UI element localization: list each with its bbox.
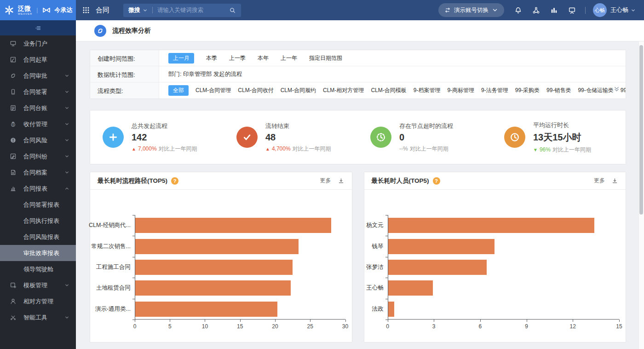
demo-account-switch-button[interactable]: 演示账号切换 <box>438 3 504 17</box>
stats-panel: 总共发起流程142▲7,000%对比上一年同期流转结束48▲4,700%对比上一… <box>90 110 626 164</box>
filter-chip[interactable]: 上一年 <box>281 53 297 64</box>
category-label: 王心畅 <box>364 278 388 298</box>
bar-row <box>135 278 345 298</box>
question-icon[interactable] <box>171 177 178 185</box>
avatar[interactable]: 心畅 <box>593 3 607 17</box>
delta-compare-label: 对比上一年同期 <box>410 145 448 153</box>
collapse-menu-icon <box>34 24 42 32</box>
category-label: 工程施工合同 <box>90 257 135 278</box>
sidebar-item-合同签署[interactable]: 合同签署 <box>0 84 76 100</box>
filter-row: 数据统计范围:部门: 印章管理部 发起的流程 <box>90 66 626 82</box>
sidebar-item-智能工具[interactable]: 智能工具 <box>0 309 76 326</box>
double-chevron-down-icon[interactable] <box>613 86 620 93</box>
sidebar-item-合同风险[interactable]: 合同风险 <box>0 132 76 148</box>
sidebar-item-业务门户[interactable]: 业务门户 <box>0 35 76 52</box>
filter-chip[interactable]: CLM-合同收付 <box>238 85 273 96</box>
category-axis-labels: CLM-经销商代...常规二次销售...工程施工合同土地租赁合同演示-通用类..… <box>90 215 135 320</box>
download-icon[interactable] <box>611 177 618 184</box>
brand-name: 泛微 <box>18 5 33 12</box>
sidebar-item-合同起草[interactable]: 合同起草 <box>0 52 76 68</box>
filter-chip[interactable]: 99-租赁类 <box>621 85 626 96</box>
sidebar-subitem-合同签署报表[interactable]: 合同签署报表 <box>0 197 76 213</box>
app-grid-icon[interactable] <box>82 6 90 14</box>
chevron-down-icon <box>492 7 498 13</box>
draft-icon <box>10 56 17 63</box>
more-button[interactable]: 更多 <box>594 177 605 185</box>
presentation-screen-icon[interactable] <box>568 6 576 14</box>
sidebar-item-合同档案[interactable]: 合同档案 <box>0 164 76 180</box>
scrollbar-track[interactable] <box>638 41 644 349</box>
app-logo[interactable]: 泛微 WEAVER | 今承达 <box>0 0 76 20</box>
filter-chip[interactable]: CLM-合同履约 <box>281 85 316 96</box>
filter-chip[interactable]: 本季 <box>206 53 217 64</box>
download-icon[interactable] <box>338 177 345 184</box>
delta-value: 7,000% <box>138 145 157 152</box>
payment-icon: $ <box>10 121 17 128</box>
delta-down-triangle-icon: ▼ <box>533 147 538 152</box>
bar-row <box>388 278 620 298</box>
report-board-icon[interactable] <box>550 6 558 14</box>
stat-card-平均运行时长: 平均运行时长13天15小时▼96%对比上一年同期 <box>492 121 626 154</box>
search-icon[interactable] <box>229 7 236 14</box>
chevron-down-icon <box>64 73 69 78</box>
x-axis-tick <box>345 320 346 322</box>
bar <box>388 239 494 254</box>
sidebar-item-label: 合同报表 <box>23 185 64 193</box>
chevron-down-icon <box>64 315 69 320</box>
filter-chip[interactable]: 本年 <box>258 53 269 64</box>
stat-value: 13天15小时 <box>533 131 591 144</box>
sidebar-item-相对方管理[interactable]: 相对方管理 <box>0 293 76 309</box>
risk-icon <box>10 137 17 144</box>
filter-chip[interactable]: CLM-合同模板 <box>371 85 406 96</box>
category-label: 法政 <box>364 299 388 320</box>
sidebar-subitem-合同风险报表[interactable]: 合同风险报表 <box>0 229 76 245</box>
sidebar-item-合同台账[interactable]: 合同台账 <box>0 100 76 116</box>
approval-icon <box>10 72 17 79</box>
search-input[interactable]: 请输入关键词搜索 <box>157 6 229 14</box>
stat-label: 平均运行时长 <box>533 121 591 129</box>
filter-chip[interactable]: 9-法务管理 <box>481 85 508 96</box>
sidebar-item-收付管理[interactable]: $收付管理 <box>0 116 76 132</box>
more-button[interactable]: 更多 <box>320 177 331 185</box>
filter-chip[interactable]: 99-销售类 <box>546 85 571 96</box>
filter-chip[interactable]: CLM-相对方管理 <box>323 85 364 96</box>
sidebar-item-label: 合同档案 <box>23 169 64 177</box>
filter-chip[interactable]: 99-仓储运输类 <box>578 85 613 96</box>
sidebar-item-合同审批[interactable]: 合同审批 <box>0 68 76 84</box>
bell-icon[interactable] <box>514 6 522 14</box>
sidebar-collapse-button[interactable] <box>0 20 76 35</box>
chevron-up-icon <box>64 186 69 191</box>
filter-chip[interactable]: 全部 <box>168 85 189 96</box>
chevron-down-icon[interactable] <box>631 8 636 13</box>
top-header: 泛微 WEAVER | 今承达 合同 微搜 请输入关键词搜索 演示账号切换 <box>0 0 644 20</box>
filter-chip[interactable]: 上一月 <box>168 53 194 64</box>
sidebar-item-合同报表[interactable]: 合同报表 <box>0 180 76 197</box>
sidebar-item-label: 合同风险 <box>23 136 64 145</box>
dispute-icon <box>10 153 17 160</box>
sidebar-item-模板管理[interactable]: 模板管理 <box>0 277 76 293</box>
weaver-logo-icon <box>4 5 15 16</box>
search-engine-selector[interactable]: 微搜 <box>128 6 140 14</box>
bar-row <box>135 257 345 278</box>
sidebar-item-label: 智能工具 <box>23 314 64 322</box>
page-title: 流程效率分析 <box>112 27 151 35</box>
scrollbar-thumb[interactable] <box>639 45 643 215</box>
sidebar-subitem-合同执行报表[interactable]: 合同执行报表 <box>0 213 76 229</box>
share-network-icon[interactable] <box>532 6 540 14</box>
filter-chip[interactable]: 指定日期范围 <box>309 53 342 64</box>
filter-chip[interactable]: 9-商标管理 <box>447 85 474 96</box>
template-icon <box>10 282 17 289</box>
sidebar-item-label: 合同起草 <box>23 56 69 64</box>
filter-chip[interactable]: 上一季 <box>229 53 246 64</box>
sidebar-subitem-审批效率报表[interactable]: 审批效率报表 <box>0 245 76 261</box>
bar-row <box>388 299 620 320</box>
filter-chip[interactable]: CLM-合同管理 <box>196 85 231 96</box>
bar <box>135 260 293 275</box>
filter-chip[interactable]: 99-采购类 <box>515 85 540 96</box>
sidebar-item-合同纠纷[interactable]: 合同纠纷 <box>0 148 76 164</box>
filter-chip[interactable]: 9-档案管理 <box>414 85 441 96</box>
question-icon[interactable] <box>433 177 440 185</box>
user-name[interactable]: 王心畅 <box>610 6 628 14</box>
global-search[interactable]: 微搜 请输入关键词搜索 <box>123 4 241 17</box>
sidebar-subitem-领导驾驶舱[interactable]: 领导驾驶舱 <box>0 261 76 277</box>
